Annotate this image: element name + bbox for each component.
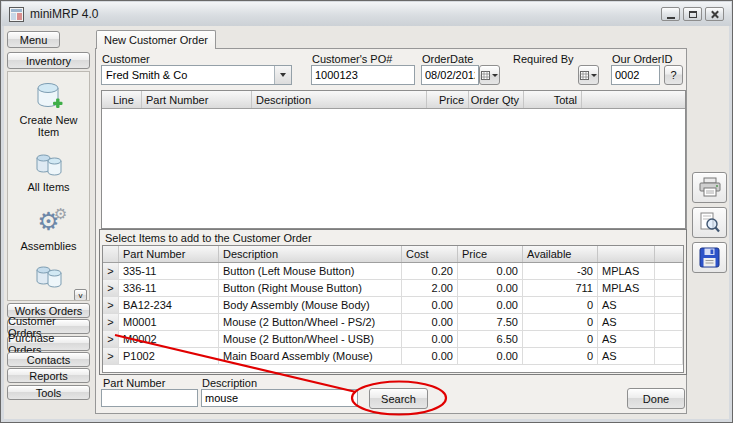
- cell-price: 7.50: [458, 314, 523, 330]
- our-order-id-label: Our OrderID: [612, 53, 673, 65]
- gear-icon: ⚙: [54, 205, 67, 223]
- cell-available: 0: [523, 348, 598, 364]
- customer-po-label: Customer's PO#: [312, 53, 392, 65]
- row-add-button[interactable]: >: [103, 280, 119, 296]
- column-header-order-qty[interactable]: Order Qty: [469, 91, 524, 108]
- column-header-available[interactable]: Available: [523, 246, 598, 262]
- minimize-button[interactable]: [661, 7, 680, 21]
- customer-combobox[interactable]: Fred Smith & Co: [101, 65, 292, 85]
- cell-type: MPLAS: [598, 263, 655, 279]
- row-add-button[interactable]: >: [103, 348, 119, 364]
- help-button[interactable]: ?: [664, 65, 683, 85]
- order-date-dropdown-button[interactable]: [479, 65, 500, 85]
- chevron-down-icon: [280, 73, 286, 77]
- order-lines-grid: Line Part Number Description Price Order…: [101, 90, 686, 229]
- sidebar-item-partial[interactable]: [8, 252, 89, 290]
- save-icon: [699, 247, 720, 268]
- cell-cost: 0.20: [402, 263, 458, 279]
- column-header-part-number[interactable]: Part Number: [119, 246, 219, 262]
- column-header-price[interactable]: Price: [427, 91, 469, 108]
- column-header-total[interactable]: Total: [524, 91, 582, 108]
- column-header-filler: [582, 91, 685, 108]
- row-add-button[interactable]: >: [103, 297, 119, 313]
- print-button[interactable]: [692, 172, 727, 203]
- cell-type: AS: [598, 348, 655, 364]
- row-add-button[interactable]: >: [103, 263, 119, 279]
- part-number-label: Part Number: [103, 377, 165, 389]
- sidebar-item-purchase-orders[interactable]: Purchase Orders: [7, 336, 90, 351]
- cell-cost: 0.00: [402, 331, 458, 347]
- order-grid-header: Line Part Number Description Price Order…: [102, 91, 685, 109]
- cell-available: 0: [523, 297, 598, 313]
- our-order-id-input[interactable]: [611, 65, 660, 85]
- customer-po-input[interactable]: [311, 65, 415, 85]
- row-add-button[interactable]: >: [103, 331, 119, 347]
- sidebar-item-tools[interactable]: Tools: [7, 385, 90, 400]
- cell-filler: [655, 280, 683, 296]
- part-number-input[interactable]: [101, 389, 198, 407]
- sidebar-item-label: Create New Item: [8, 114, 89, 138]
- sidebar-item-assemblies[interactable]: ⚙ ⚙ Assemblies: [8, 193, 89, 252]
- cell-price: 0.00: [458, 297, 523, 313]
- column-header-description[interactable]: Description: [219, 246, 402, 262]
- app-window: miniMRP 4.0 Menu Inventory Create New It…: [0, 0, 733, 423]
- create-new-item-icon: [35, 81, 63, 111]
- select-item-row[interactable]: > M0002 Mouse (2 Button/Wheel - USB) 0.0…: [103, 331, 683, 348]
- chevron-down-icon: [492, 74, 498, 77]
- cell-available: 0: [523, 331, 598, 347]
- cell-filler: [655, 297, 683, 313]
- cell-price: 6.50: [458, 331, 523, 347]
- tab-new-customer-order[interactable]: New Customer Order: [96, 30, 216, 49]
- search-button[interactable]: Search: [369, 388, 428, 409]
- sidebar-item-contacts[interactable]: Contacts: [7, 352, 90, 367]
- select-items-rows: > 335-11 Button (Left Mouse Button) 0.20…: [103, 263, 683, 365]
- column-header-type: [598, 246, 655, 262]
- sidebar-item-create-new-item[interactable]: Create New Item: [8, 72, 89, 138]
- select-grid-header: Part Number Description Cost Price Avail…: [103, 246, 683, 263]
- select-item-row[interactable]: > 335-11 Button (Left Mouse Button) 0.20…: [103, 263, 683, 280]
- column-header-cost[interactable]: Cost: [402, 246, 458, 262]
- chevron-down-icon: [591, 74, 597, 77]
- done-button[interactable]: Done: [627, 388, 685, 409]
- title-bar[interactable]: miniMRP 4.0: [2, 2, 731, 26]
- description-input[interactable]: [201, 389, 358, 407]
- minimize-icon: [667, 17, 675, 19]
- select-item-row[interactable]: > P1002 Main Board Assembly (Mouse) 0.00…: [103, 348, 683, 365]
- order-date-label: OrderDate: [422, 53, 473, 65]
- description-label: Description: [202, 377, 257, 389]
- cell-description: Main Board Assembly (Mouse): [219, 348, 402, 364]
- column-header-part-number[interactable]: Part Number: [142, 91, 252, 108]
- scroll-down-button[interactable]: v: [74, 289, 87, 301]
- save-button[interactable]: [692, 242, 727, 273]
- menu-button[interactable]: Menu: [7, 31, 60, 48]
- combo-dropdown-button[interactable]: [274, 66, 291, 84]
- cell-part-number: 336-11: [119, 280, 219, 296]
- select-items-section: Select Items to add to the Customer Orde…: [99, 229, 687, 375]
- cell-type: AS: [598, 297, 655, 313]
- close-button[interactable]: [705, 7, 724, 21]
- cell-filler: [655, 263, 683, 279]
- sidebar-item-reports[interactable]: Reports: [7, 368, 90, 383]
- sidebar-item-all-items[interactable]: All Items: [8, 138, 89, 193]
- inventory-button[interactable]: Inventory: [7, 52, 90, 69]
- cell-type: AS: [598, 314, 655, 330]
- cell-available: 711: [523, 280, 598, 296]
- select-item-row[interactable]: > M0001 Mouse (2 Button/Wheel - PS/2) 0.…: [103, 314, 683, 331]
- maximize-button[interactable]: [683, 7, 702, 21]
- row-add-button[interactable]: >: [103, 314, 119, 330]
- column-header-line[interactable]: Line: [102, 91, 142, 108]
- cell-price: 0.00: [458, 348, 523, 364]
- print-preview-icon: [698, 212, 721, 234]
- order-date-input[interactable]: [421, 65, 479, 85]
- app-icon: [9, 7, 24, 22]
- cell-cost: 0.00: [402, 314, 458, 330]
- print-preview-button[interactable]: [692, 207, 727, 238]
- select-item-row[interactable]: > 336-11 Button (Right Mouse Button) 2.0…: [103, 280, 683, 297]
- cell-description: Button (Right Mouse Button): [219, 280, 402, 296]
- column-header-description[interactable]: Description: [252, 91, 427, 108]
- required-by-dropdown-button[interactable]: [578, 65, 599, 85]
- sidebar-item-label: Assemblies: [20, 240, 76, 252]
- customer-value: Fred Smith & Co: [102, 69, 274, 81]
- select-item-row[interactable]: > BA12-234 Body Assembly (Mouse Body) 0.…: [103, 297, 683, 314]
- column-header-price[interactable]: Price: [458, 246, 523, 262]
